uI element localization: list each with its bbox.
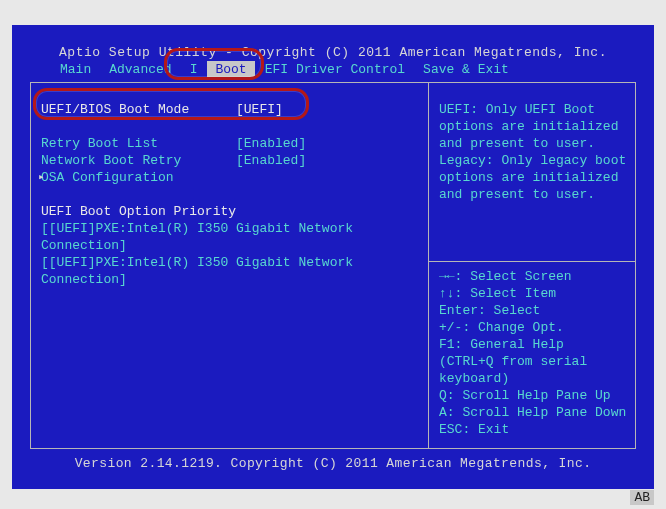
settings-pane: UEFI/BIOS Boot Mode [UEFI] Retry Boot Li…	[31, 83, 429, 448]
option-label: Retry Boot List	[41, 135, 236, 152]
submenu-arrow-icon: ▸	[38, 169, 45, 186]
option-value: [Enabled]	[236, 152, 418, 169]
menu-advanced[interactable]: Advanced	[101, 61, 179, 78]
menu-save-exit[interactable]: Save & Exit	[415, 61, 517, 78]
key-line: Q: Scroll Help Pane Up	[439, 387, 627, 404]
help-pane: UEFI: Only UEFI Boot options are initial…	[429, 83, 635, 448]
menu-boot[interactable]: Boot	[207, 61, 254, 78]
bios-screen: Aptio Setup Utility - Copyright (C) 2011…	[12, 25, 654, 489]
boot-priority-heading: UEFI Boot Option Priority	[41, 203, 418, 220]
key-line: +/-: Change Opt.	[439, 319, 627, 336]
boot-entry[interactable]: [[UEFI]PXE:Intel(R) I350 Gigabit Network…	[41, 254, 418, 288]
bios-header: Aptio Setup Utility - Copyright (C) 2011…	[12, 45, 654, 60]
option-label: OSA Configuration	[41, 169, 236, 186]
retry-boot-list[interactable]: Retry Boot List [Enabled]	[41, 135, 418, 152]
menu-truncated[interactable]: I	[182, 61, 206, 78]
key-line: →←: Select Screen	[439, 268, 627, 285]
option-label: UEFI/BIOS Boot Mode	[41, 101, 236, 118]
key-bindings: →←: Select Screen ↑↓: Select Item Enter:…	[439, 268, 627, 438]
help-divider	[429, 261, 635, 262]
ab-badge: AB	[630, 490, 654, 505]
option-value: [UEFI]	[236, 101, 418, 118]
help-description: UEFI: Only UEFI Boot options are initial…	[439, 101, 627, 203]
key-line: Enter: Select	[439, 302, 627, 319]
option-value: [Enabled]	[236, 135, 418, 152]
option-label: Network Boot Retry	[41, 152, 236, 169]
key-line: A: Scroll Help Pane Down	[439, 404, 627, 421]
menu-main[interactable]: Main	[52, 61, 99, 78]
osa-configuration[interactable]: ▸ OSA Configuration	[41, 169, 418, 186]
bios-footer: Version 2.14.1219. Copyright (C) 2011 Am…	[12, 456, 654, 471]
network-boot-retry[interactable]: Network Boot Retry [Enabled]	[41, 152, 418, 169]
menu-bar: Main Advanced I Boot EFI Driver Control …	[52, 61, 614, 78]
boot-entry[interactable]: [[UEFI]PXE:Intel(R) I350 Gigabit Network…	[41, 220, 418, 254]
key-line: ESC: Exit	[439, 421, 627, 438]
uefi-bios-boot-mode[interactable]: UEFI/BIOS Boot Mode [UEFI]	[41, 101, 418, 118]
menu-efi-driver[interactable]: EFI Driver Control	[257, 61, 413, 78]
key-line: keyboard)	[439, 370, 627, 387]
key-line: F1: General Help	[439, 336, 627, 353]
key-line: ↑↓: Select Item	[439, 285, 627, 302]
main-box: UEFI/BIOS Boot Mode [UEFI] Retry Boot Li…	[30, 82, 636, 449]
key-line: (CTRL+Q from serial	[439, 353, 627, 370]
